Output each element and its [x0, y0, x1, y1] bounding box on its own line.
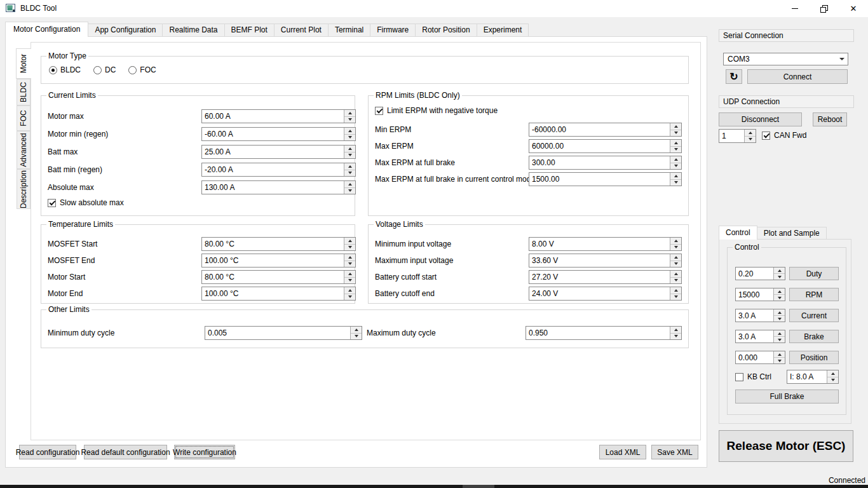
current-button[interactable]: Current	[789, 309, 839, 322]
reboot-button[interactable]: Reboot	[813, 112, 847, 126]
spin-buttons[interactable]	[344, 254, 355, 267]
spin-buttons[interactable]	[670, 287, 681, 300]
rpm-value-spinbox[interactable]: 15000	[735, 288, 785, 301]
spin-buttons[interactable]	[773, 309, 785, 322]
spin-buttons[interactable]	[344, 146, 355, 158]
radio-bldc[interactable]: BLDC	[49, 65, 81, 74]
tab-firmware[interactable]: Firmware	[370, 24, 416, 37]
spin-buttons[interactable]	[773, 268, 785, 280]
max-erpm-full-brake-spinbox[interactable]: 300.00	[529, 156, 682, 170]
side-tab-advanced[interactable]: Advanced	[17, 131, 31, 169]
motor-start-spinbox[interactable]: 80.00 °C	[201, 270, 356, 284]
tab-experiment[interactable]: Experiment	[477, 24, 529, 37]
spin-buttons[interactable]	[773, 330, 785, 342]
spin-buttons[interactable]	[670, 123, 681, 136]
tab-terminal[interactable]: Terminal	[328, 24, 370, 37]
serial-port-select[interactable]: COM3	[723, 53, 848, 65]
duty-value-spinbox[interactable]: 0.20	[735, 267, 785, 280]
can-id-spinbox[interactable]: 1	[719, 129, 756, 143]
brake-value-spinbox[interactable]: 3.0 A	[735, 330, 785, 343]
min-erpm-spinbox[interactable]: -60000.00	[529, 123, 682, 137]
motor-min-regen-spinbox[interactable]: -60.00 A	[201, 127, 356, 141]
max-duty-cycle-spinbox[interactable]: 0.950	[526, 326, 682, 340]
tab-bemf-plot[interactable]: BEMF Plot	[224, 24, 275, 37]
field-row: Max ERPM at full brake 300.00	[375, 156, 687, 170]
current-value-spinbox[interactable]: 3.0 A	[735, 309, 785, 322]
max-input-voltage-spinbox[interactable]: 33.60 V	[529, 254, 682, 268]
max-erpm-spinbox[interactable]: 60000.00	[529, 139, 682, 153]
tab-app-configuration[interactable]: App Configuration	[88, 24, 163, 37]
brake-button[interactable]: Brake	[789, 330, 839, 343]
spin-buttons[interactable]	[344, 287, 355, 300]
batt-max-spinbox[interactable]: 25.00 A	[201, 145, 356, 159]
spin-buttons[interactable]	[670, 254, 681, 267]
minimize-button[interactable]	[780, 0, 810, 17]
restore-button[interactable]	[810, 0, 839, 17]
titlebar: BLDC Tool ✕	[0, 0, 868, 17]
spin-buttons[interactable]	[744, 130, 756, 142]
tab-realtime-data[interactable]: Realtime Data	[162, 24, 224, 37]
spin-buttons[interactable]	[344, 163, 355, 176]
tab-plot-and-sample[interactable]: Plot and Sample	[757, 227, 827, 240]
motor-end-spinbox[interactable]: 100.00 °C	[201, 287, 356, 301]
tab-motor-configuration[interactable]: Motor Configuration	[5, 22, 88, 37]
side-tab-bldc[interactable]: BLDC	[17, 79, 31, 105]
spin-buttons[interactable]	[670, 156, 681, 169]
spin-buttons[interactable]	[344, 238, 355, 250]
read-configuration-button[interactable]: Read configuration	[19, 445, 76, 459]
refresh-ports-button[interactable]: ↻	[726, 69, 742, 84]
min-duty-cycle-spinbox[interactable]: 0.005	[205, 326, 362, 340]
spin-buttons[interactable]	[344, 110, 355, 123]
write-configuration-button[interactable]: Write configuration	[174, 445, 235, 459]
spin-buttons[interactable]	[670, 271, 681, 283]
side-tab-description[interactable]: Description	[17, 169, 31, 209]
can-fwd-checkbox[interactable]: CAN Fwd	[762, 131, 806, 140]
load-xml-button[interactable]: Load XML	[599, 445, 646, 459]
field-row: Motor End 100.00 °C	[48, 287, 353, 301]
min-input-voltage-spinbox[interactable]: 8.00 V	[529, 237, 682, 251]
batt-min-regen-spinbox[interactable]: -20.00 A	[201, 163, 356, 177]
kb-current-spinbox[interactable]: I: 8.0 A	[787, 370, 839, 384]
connect-button[interactable]: Connect	[747, 69, 848, 84]
slow-absolute-max-checkbox[interactable]: Slow absolute max	[48, 198, 124, 207]
spin-buttons[interactable]	[670, 327, 681, 339]
field-row: MOSFET Start 80.00 °C	[48, 237, 353, 251]
spin-buttons[interactable]	[773, 351, 785, 363]
battery-cutoff-end-spinbox[interactable]: 24.00 V	[529, 287, 682, 301]
spin-buttons[interactable]	[670, 173, 681, 186]
spin-buttons[interactable]	[344, 181, 355, 194]
rpm-button[interactable]: RPM	[789, 288, 839, 301]
save-xml-button[interactable]: Save XML	[651, 445, 698, 459]
limit-erpm-checkbox[interactable]: Limit ERPM with negative torque	[375, 106, 498, 115]
spin-buttons[interactable]	[827, 370, 838, 383]
side-tab-motor[interactable]: Motor	[16, 48, 31, 79]
position-value-spinbox[interactable]: 0.000	[735, 351, 785, 364]
side-tab-foc[interactable]: FOC	[17, 105, 31, 131]
tab-rotor-position[interactable]: Rotor Position	[415, 24, 477, 37]
spin-buttons[interactable]	[670, 238, 681, 250]
radio-foc[interactable]: FOC	[128, 65, 156, 74]
tab-current-plot[interactable]: Current Plot	[274, 24, 329, 37]
radio-dc[interactable]: DC	[93, 65, 116, 74]
disconnect-button[interactable]: Disconnect	[719, 112, 802, 126]
release-motor-button[interactable]: Release Motor (ESC)	[719, 430, 853, 462]
mosfet-end-spinbox[interactable]: 100.00 °C	[201, 254, 356, 268]
spin-buttons[interactable]	[344, 271, 355, 283]
max-erpm-full-brake-cc-spinbox[interactable]: 1500.00	[529, 172, 682, 186]
mosfet-start-spinbox[interactable]: 80.00 °C	[201, 237, 356, 251]
kb-ctrl-checkbox[interactable]: KB Ctrl	[735, 372, 771, 381]
spin-buttons[interactable]	[670, 140, 681, 152]
close-button[interactable]: ✕	[839, 0, 868, 17]
battery-cutoff-start-spinbox[interactable]: 27.20 V	[529, 270, 682, 284]
motor-max-spinbox[interactable]: 60.00 A	[201, 109, 356, 123]
duty-button[interactable]: Duty	[789, 267, 839, 280]
spin-buttons[interactable]	[344, 128, 355, 140]
full-brake-button[interactable]: Full Brake	[735, 390, 839, 403]
position-button[interactable]: Position	[789, 351, 839, 364]
spin-buttons[interactable]	[773, 288, 785, 301]
absolute-max-spinbox[interactable]: 130.00 A	[201, 180, 356, 194]
read-default-configuration-button[interactable]: Read default configuration	[84, 445, 167, 459]
tab-control[interactable]: Control	[719, 226, 757, 240]
field-label: Motor max	[48, 112, 84, 121]
spin-buttons[interactable]	[350, 327, 362, 339]
